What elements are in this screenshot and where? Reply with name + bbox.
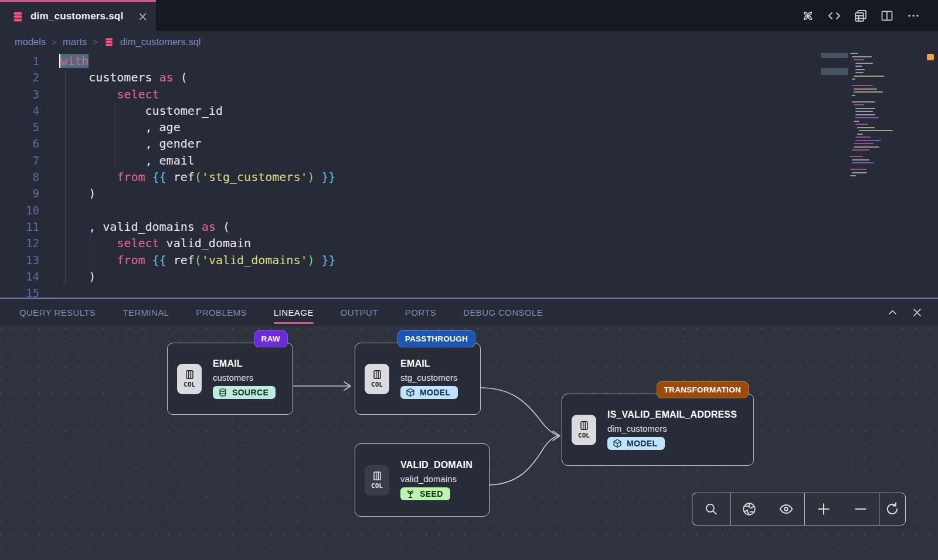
- line-number: 8: [0, 169, 39, 185]
- col-label: COL: [183, 381, 195, 388]
- code-text: select: [60, 86, 159, 103]
- panel-tab-query-results[interactable]: QUERY RESULTS: [19, 299, 96, 326]
- toolbar-section: [692, 493, 730, 525]
- ide-window: dim_customers.sql: [0, 0, 938, 560]
- code-text: from {{ ref('valid_domains') }}: [60, 252, 336, 268]
- node-column-name: EMAIL: [400, 358, 430, 369]
- category-badge: TRANSFORMATION: [657, 381, 749, 398]
- column-chip: COL: [572, 415, 596, 445]
- code-text: , email: [60, 152, 195, 169]
- node-model-name: valid_domains: [400, 474, 457, 484]
- code-line[interactable]: 5 , age: [0, 119, 938, 135]
- more-actions-icon[interactable]: [906, 9, 920, 23]
- lineage-graph[interactable]: RAWCOLEMAILcustomersSOURCEPASSTHROUGHCOL…: [0, 326, 938, 560]
- code-text: customer_id: [60, 103, 223, 119]
- lineage-node-stg_customers[interactable]: PASSTHROUGHCOLEMAILstg_customersMODEL: [355, 343, 481, 415]
- breadcrumb-separator: >: [52, 37, 57, 47]
- line-number: 9: [0, 185, 39, 202]
- category-badge: RAW: [254, 330, 288, 347]
- tab-title: dim_customers.sql: [30, 11, 123, 22]
- lineage-node-customers[interactable]: RAWCOLEMAILcustomersSOURCE: [167, 343, 293, 415]
- node-model-name: dim_customers: [607, 424, 667, 433]
- toolbar-section: [879, 493, 905, 525]
- resource-type-badge: SOURCE: [213, 386, 276, 399]
- col-label: COL: [371, 381, 383, 388]
- eye-icon[interactable]: [779, 501, 794, 517]
- code-line[interactable]: 15: [0, 285, 938, 298]
- arrowhead: [344, 382, 351, 390]
- zoom-out-icon[interactable]: [853, 501, 868, 517]
- dbt-power-user-icon[interactable]: [801, 9, 815, 23]
- code-line[interactable]: 9 ): [0, 185, 938, 202]
- panel-tab-problems[interactable]: PROBLEMS: [196, 299, 247, 326]
- column-chip: COL: [365, 465, 389, 496]
- col-label: COL: [578, 432, 590, 439]
- zoom-in-icon[interactable]: [816, 501, 831, 517]
- code-text: , gender: [60, 135, 202, 152]
- database-icon: [218, 388, 227, 397]
- lineage-node-valid_domains[interactable]: COLVALID_DOMAINvalid_domainsSEED: [355, 443, 490, 517]
- code-editor[interactable]: 1with2 customers as (3 select4 customer_…: [0, 53, 938, 298]
- panel-tab-output[interactable]: OUTPUT: [341, 299, 378, 326]
- split-editor-icon[interactable]: [880, 9, 894, 23]
- columns-icon: [372, 369, 383, 380]
- code-icon[interactable]: [827, 9, 841, 23]
- maximize-panel-icon[interactable]: [887, 307, 898, 318]
- line-number: 7: [0, 152, 39, 169]
- code-text: , valid_domains as (: [60, 218, 230, 235]
- code-line[interactable]: 1with: [0, 53, 938, 69]
- code-text: select valid_domain: [60, 235, 251, 251]
- edge-seed-to-dim: [490, 436, 558, 485]
- indent-guide: [115, 103, 115, 169]
- line-number: 2: [0, 69, 39, 86]
- code-line[interactable]: 6 , gender: [0, 135, 938, 152]
- editor-actions: [801, 0, 938, 31]
- column-chip: COL: [177, 364, 202, 394]
- refresh-icon[interactable]: [885, 501, 900, 517]
- breadcrumb-item[interactable]: models: [15, 36, 46, 47]
- code-line[interactable]: 3 select: [0, 86, 938, 103]
- tab-dim-customers[interactable]: dim_customers.sql: [0, 0, 156, 31]
- code-line[interactable]: 13 from {{ ref('valid_domains') }}: [0, 252, 938, 268]
- lineage-node-dim_customers[interactable]: TRANSFORMATIONCOLIS_VALID_EMAIL_ADDRESSd…: [562, 394, 754, 466]
- code-line[interactable]: 8 from {{ ref('stg_customers') }}: [0, 169, 938, 185]
- panel-tab-terminal[interactable]: TERMINAL: [123, 299, 169, 326]
- line-number: 15: [0, 285, 39, 298]
- cube-icon: [406, 388, 415, 397]
- code-line[interactable]: 14 ): [0, 268, 938, 285]
- code-line[interactable]: 10: [0, 202, 938, 218]
- toolbar-section: [730, 493, 804, 525]
- line-number: 10: [0, 202, 39, 218]
- panel-tab-debug-console[interactable]: DEBUG CONSOLE: [463, 299, 543, 326]
- resource-type-badge: SEED: [400, 487, 450, 500]
- col-label: COL: [371, 482, 383, 490]
- minimap[interactable]: [850, 53, 897, 179]
- sprout-icon: [406, 489, 415, 498]
- resource-type-badge: MODEL: [607, 437, 665, 450]
- close-tab-icon[interactable]: [138, 12, 148, 22]
- resource-type-badge: MODEL: [400, 386, 458, 399]
- code-line[interactable]: 2 customers as (: [0, 69, 938, 86]
- breadcrumb-file[interactable]: dim_customers.sql: [120, 36, 201, 47]
- panel-tab-bar: QUERY RESULTSTERMINALPROBLEMSLINEAGEOUTP…: [0, 298, 938, 326]
- line-number: 1: [0, 53, 39, 69]
- arrowhead: [553, 431, 560, 441]
- search-icon[interactable]: [704, 501, 719, 517]
- line-number: 4: [0, 103, 39, 119]
- copy-table-icon[interactable]: [854, 9, 868, 23]
- aperture-icon[interactable]: [742, 501, 757, 517]
- code-line[interactable]: 11 , valid_domains as (: [0, 218, 938, 235]
- panel-tab-lineage[interactable]: LINEAGE: [274, 299, 314, 326]
- column-chip: COL: [365, 364, 389, 394]
- code-text: with: [60, 53, 89, 69]
- minimap-selection-highlight: [821, 53, 848, 58]
- close-panel-icon[interactable]: [912, 307, 923, 318]
- toolbar-section: [804, 493, 879, 525]
- lineage-toolbar: [692, 493, 906, 525]
- breadcrumb-item[interactable]: marts: [63, 36, 87, 47]
- code-line[interactable]: 7 , email: [0, 152, 938, 169]
- code-line[interactable]: 4 customer_id: [0, 103, 938, 119]
- line-number: 3: [0, 86, 39, 103]
- code-line[interactable]: 12 select valid_domain: [0, 235, 938, 251]
- panel-tab-ports[interactable]: PORTS: [405, 299, 436, 326]
